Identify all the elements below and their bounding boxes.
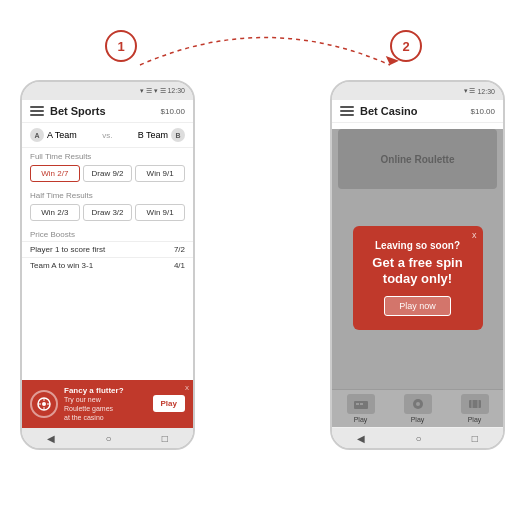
right-status-bar: ▾ ☰ 12:30 — [332, 82, 503, 100]
svg-marker-0 — [383, 56, 399, 67]
left-screen: Bet Sports $10.00 A A Team vs. B Team B … — [22, 100, 193, 428]
right-menu-nav-icon[interactable]: □ — [472, 433, 478, 444]
half-time-label: Half Time Results — [22, 187, 193, 202]
right-nav-bar: ◀ ○ □ — [332, 428, 503, 448]
full-time-label: Full Time Results — [22, 148, 193, 163]
banner-text: Fancy a flutter? Try our newRoulette gam… — [64, 386, 147, 422]
vs-text: vs. — [102, 131, 112, 140]
ft-odds-win2[interactable]: Win 9/1 — [135, 165, 185, 182]
boost-row-2: Team A to win 3-1 4/1 — [22, 257, 193, 273]
ht-odds-draw[interactable]: Draw 3/2 — [83, 204, 133, 221]
hamburger-icon[interactable] — [30, 106, 44, 116]
home-nav-icon[interactable]: ○ — [105, 433, 111, 444]
ht-odds-win2[interactable]: Win 9/1 — [135, 204, 185, 221]
price-boosts-label: Price Boosts — [22, 226, 193, 241]
right-screen: Bet Casino $10.00 Online Roulette x Leav… — [332, 100, 503, 428]
left-app-title: Bet Sports — [50, 105, 155, 117]
ht-odds-row: Win 2/3 Draw 3/2 Win 9/1 — [22, 202, 193, 223]
match-row: A A Team vs. B Team B — [22, 123, 193, 148]
ft-odds-win[interactable]: Win 2/7 — [30, 165, 80, 182]
banner-title: Fancy a flutter? — [64, 386, 147, 395]
left-nav-bar: ◀ ○ □ — [22, 428, 193, 448]
modal-leaving-text: Leaving so soon? — [365, 240, 471, 251]
team-a-circle: A — [30, 128, 44, 142]
team-b-circle: B — [171, 128, 185, 142]
left-phone: ▾ ☰ ▾ ☰ 12:30 Bet Sports $10.00 A A Team… — [20, 80, 195, 450]
modal-play-button[interactable]: Play now — [384, 296, 451, 316]
left-status-bar: ▾ ☰ ▾ ☰ 12:30 — [22, 82, 193, 100]
modal-overlay: x Leaving so soon? Get a free spintoday … — [332, 129, 503, 427]
left-app-header: Bet Sports $10.00 — [22, 100, 193, 123]
ft-odds-row: Win 2/7 Draw 9/2 Win 9/1 — [22, 163, 193, 184]
banner-subtitle: Try our newRoulette gamesat the casino — [64, 395, 147, 422]
svg-point-2 — [42, 402, 46, 406]
team-b-label: B Team B — [138, 128, 185, 142]
boost-row-1: Player 1 to score first 7/2 — [22, 241, 193, 257]
right-app-header: Bet Casino $10.00 — [332, 100, 503, 123]
right-phone: ▾ ☰ 12:30 Bet Casino $10.00 Online Roule… — [330, 80, 505, 450]
right-hamburger-icon[interactable] — [340, 106, 354, 116]
flow-arrow — [50, 20, 480, 80]
back-nav-icon[interactable]: ◀ — [47, 433, 55, 444]
team-a-label: A A Team — [30, 128, 77, 142]
right-app-title: Bet Casino — [360, 105, 465, 117]
right-back-nav-icon[interactable]: ◀ — [357, 433, 365, 444]
banner-close-icon[interactable]: x — [185, 383, 189, 392]
casino-screen: Online Roulette x Leaving so soon? Get a… — [332, 129, 503, 428]
banner-icon — [30, 390, 58, 418]
banner-play-button[interactable]: Play — [153, 395, 185, 412]
modal-box: x Leaving so soon? Get a free spintoday … — [353, 226, 483, 329]
right-home-nav-icon[interactable]: ○ — [415, 433, 421, 444]
ft-odds-draw[interactable]: Draw 9/2 — [83, 165, 133, 182]
menu-nav-icon[interactable]: □ — [162, 433, 168, 444]
modal-spin-text: Get a free spintoday only! — [365, 255, 471, 286]
ht-odds-win[interactable]: Win 2/3 — [30, 204, 80, 221]
left-balance: $10.00 — [161, 107, 185, 116]
promo-banner: Fancy a flutter? Try our newRoulette gam… — [22, 380, 193, 428]
modal-close-icon[interactable]: x — [472, 230, 477, 240]
right-balance: $10.00 — [471, 107, 495, 116]
